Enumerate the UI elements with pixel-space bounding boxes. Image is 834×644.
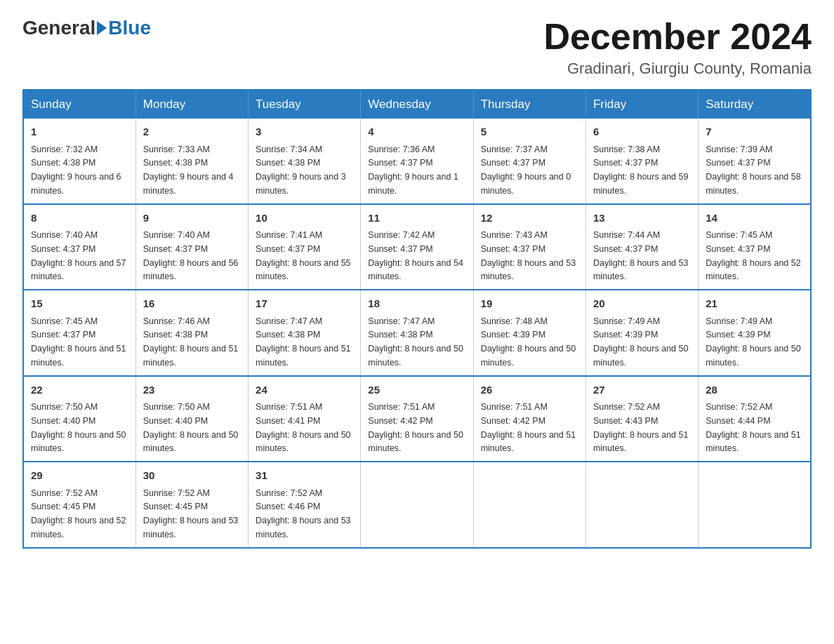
day-cell: 23 Sunrise: 7:50 AMSunset: 4:40 PMDaylig…: [135, 376, 248, 462]
day-number: 12: [481, 210, 578, 227]
day-info: Sunrise: 7:38 AMSunset: 4:37 PMDaylight:…: [593, 145, 689, 196]
day-cell: 12 Sunrise: 7:43 AMSunset: 4:37 PMDaylig…: [473, 204, 585, 290]
day-info: Sunrise: 7:43 AMSunset: 4:37 PMDaylight:…: [481, 230, 576, 281]
day-info: Sunrise: 7:52 AMSunset: 4:45 PMDaylight:…: [143, 488, 239, 539]
day-cell: [699, 462, 811, 548]
day-info: Sunrise: 7:45 AMSunset: 4:37 PMDaylight:…: [706, 230, 801, 281]
day-cell: [585, 462, 698, 548]
day-number: 27: [593, 382, 691, 398]
day-info: Sunrise: 7:34 AMSunset: 4:38 PMDaylight:…: [256, 145, 346, 196]
calendar-table: SundayMondayTuesdayWednesdayThursdayFrid…: [22, 89, 812, 549]
day-cell: 15 Sunrise: 7:45 AMSunset: 4:37 PMDaylig…: [23, 290, 135, 376]
day-number: 17: [256, 296, 353, 312]
day-cell: 28 Sunrise: 7:52 AMSunset: 4:44 PMDaylig…: [699, 376, 811, 462]
day-cell: 9 Sunrise: 7:40 AMSunset: 4:37 PMDayligh…: [135, 204, 248, 290]
day-number: 31: [256, 468, 353, 484]
weekday-header-friday: Friday: [585, 90, 698, 119]
day-number: 2: [143, 124, 241, 140]
day-cell: 20 Sunrise: 7:49 AMSunset: 4:39 PMDaylig…: [585, 290, 698, 376]
day-cell: [361, 462, 473, 548]
weekday-header-sunday: Sunday: [23, 90, 135, 119]
week-row-2: 8 Sunrise: 7:40 AMSunset: 4:37 PMDayligh…: [23, 204, 811, 290]
day-number: 3: [256, 124, 353, 140]
day-info: Sunrise: 7:45 AMSunset: 4:37 PMDaylight:…: [31, 316, 126, 368]
week-row-4: 22 Sunrise: 7:50 AMSunset: 4:40 PMDaylig…: [23, 376, 811, 462]
day-cell: 30 Sunrise: 7:52 AMSunset: 4:45 PMDaylig…: [135, 462, 248, 548]
day-cell: 22 Sunrise: 7:50 AMSunset: 4:40 PMDaylig…: [23, 376, 135, 462]
day-cell: 2 Sunrise: 7:33 AMSunset: 4:38 PMDayligh…: [135, 119, 248, 204]
day-cell: 24 Sunrise: 7:51 AMSunset: 4:41 PMDaylig…: [249, 376, 361, 462]
day-cell: 1 Sunrise: 7:32 AMSunset: 4:38 PMDayligh…: [23, 119, 135, 204]
day-cell: 29 Sunrise: 7:52 AMSunset: 4:45 PMDaylig…: [23, 462, 135, 548]
day-number: 21: [706, 296, 803, 312]
day-cell: 14 Sunrise: 7:45 AMSunset: 4:37 PMDaylig…: [699, 204, 811, 290]
day-info: Sunrise: 7:52 AMSunset: 4:45 PMDaylight:…: [31, 488, 126, 539]
day-number: 10: [256, 210, 353, 227]
logo-triangle-icon: [97, 21, 107, 35]
day-number: 23: [143, 382, 241, 398]
week-row-3: 15 Sunrise: 7:45 AMSunset: 4:37 PMDaylig…: [23, 290, 811, 376]
day-number: 28: [706, 382, 803, 398]
day-info: Sunrise: 7:51 AMSunset: 4:41 PMDaylight:…: [256, 402, 351, 453]
day-info: Sunrise: 7:40 AMSunset: 4:37 PMDaylight:…: [31, 230, 126, 281]
day-cell: 17 Sunrise: 7:47 AMSunset: 4:38 PMDaylig…: [249, 290, 361, 376]
day-info: Sunrise: 7:47 AMSunset: 4:38 PMDaylight:…: [256, 316, 351, 368]
week-row-1: 1 Sunrise: 7:32 AMSunset: 4:38 PMDayligh…: [23, 119, 811, 204]
day-number: 4: [368, 124, 465, 140]
weekday-header-monday: Monday: [135, 90, 248, 119]
day-cell: 4 Sunrise: 7:36 AMSunset: 4:37 PMDayligh…: [361, 119, 473, 204]
day-number: 1: [31, 124, 128, 140]
day-cell: [473, 462, 585, 548]
day-info: Sunrise: 7:40 AMSunset: 4:37 PMDaylight:…: [143, 230, 239, 281]
day-cell: 3 Sunrise: 7:34 AMSunset: 4:38 PMDayligh…: [249, 119, 361, 204]
logo-blue-text: Blue: [108, 17, 151, 39]
day-number: 30: [143, 468, 241, 484]
logo-area: General Blue: [22, 17, 151, 39]
title-area: December 2024 Gradinari, Giurgiu County,…: [543, 17, 812, 78]
day-number: 13: [593, 210, 691, 227]
weekday-header-saturday: Saturday: [699, 90, 811, 119]
day-cell: 19 Sunrise: 7:48 AMSunset: 4:39 PMDaylig…: [473, 290, 585, 376]
day-cell: 10 Sunrise: 7:41 AMSunset: 4:37 PMDaylig…: [249, 204, 361, 290]
day-info: Sunrise: 7:37 AMSunset: 4:37 PMDaylight:…: [481, 145, 571, 196]
logo-general-text: General: [22, 17, 95, 39]
day-cell: 8 Sunrise: 7:40 AMSunset: 4:37 PMDayligh…: [23, 204, 135, 290]
day-info: Sunrise: 7:52 AMSunset: 4:46 PMDaylight:…: [256, 488, 351, 539]
day-info: Sunrise: 7:44 AMSunset: 4:37 PMDaylight:…: [593, 230, 689, 281]
day-cell: 25 Sunrise: 7:51 AMSunset: 4:42 PMDaylig…: [361, 376, 473, 462]
day-number: 7: [706, 124, 803, 140]
day-info: Sunrise: 7:46 AMSunset: 4:38 PMDaylight:…: [143, 316, 239, 368]
weekday-header-thursday: Thursday: [473, 90, 585, 119]
day-cell: 6 Sunrise: 7:38 AMSunset: 4:37 PMDayligh…: [585, 119, 698, 204]
day-cell: 13 Sunrise: 7:44 AMSunset: 4:37 PMDaylig…: [585, 204, 698, 290]
day-info: Sunrise: 7:49 AMSunset: 4:39 PMDaylight:…: [706, 316, 801, 368]
day-number: 8: [31, 210, 128, 227]
day-cell: 11 Sunrise: 7:42 AMSunset: 4:37 PMDaylig…: [361, 204, 473, 290]
day-info: Sunrise: 7:50 AMSunset: 4:40 PMDaylight:…: [31, 402, 126, 453]
day-number: 24: [256, 382, 353, 398]
day-cell: 5 Sunrise: 7:37 AMSunset: 4:37 PMDayligh…: [473, 119, 585, 204]
day-info: Sunrise: 7:52 AMSunset: 4:43 PMDaylight:…: [593, 402, 689, 453]
day-number: 5: [481, 124, 578, 140]
day-cell: 26 Sunrise: 7:51 AMSunset: 4:42 PMDaylig…: [473, 376, 585, 462]
day-number: 19: [481, 296, 578, 312]
day-info: Sunrise: 7:52 AMSunset: 4:44 PMDaylight:…: [706, 402, 801, 453]
day-number: 6: [593, 124, 691, 140]
day-number: 20: [593, 296, 691, 312]
logo: General Blue: [22, 17, 151, 39]
weekday-header-tuesday: Tuesday: [249, 90, 361, 119]
weekday-header-wednesday: Wednesday: [361, 90, 473, 119]
day-cell: 27 Sunrise: 7:52 AMSunset: 4:43 PMDaylig…: [585, 376, 698, 462]
location-title: Gradinari, Giurgiu County, Romania: [543, 60, 812, 78]
day-info: Sunrise: 7:47 AMSunset: 4:38 PMDaylight:…: [368, 316, 463, 368]
day-cell: 7 Sunrise: 7:39 AMSunset: 4:37 PMDayligh…: [699, 119, 811, 204]
day-info: Sunrise: 7:48 AMSunset: 4:39 PMDaylight:…: [481, 316, 576, 368]
page-header: General Blue December 2024 Gradinari, Gi…: [22, 17, 812, 78]
day-number: 11: [368, 210, 465, 227]
day-number: 22: [31, 382, 128, 398]
day-cell: 31 Sunrise: 7:52 AMSunset: 4:46 PMDaylig…: [249, 462, 361, 548]
week-row-5: 29 Sunrise: 7:52 AMSunset: 4:45 PMDaylig…: [23, 462, 811, 548]
day-info: Sunrise: 7:42 AMSunset: 4:37 PMDaylight:…: [368, 230, 463, 281]
month-title: December 2024: [543, 17, 812, 57]
day-info: Sunrise: 7:32 AMSunset: 4:38 PMDaylight:…: [31, 145, 121, 196]
